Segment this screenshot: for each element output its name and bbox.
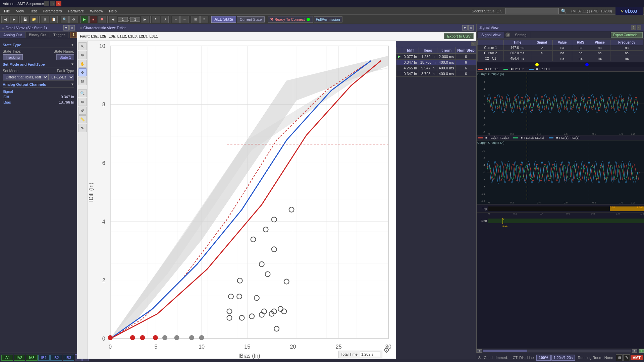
scrollbar-track[interactable]: [483, 350, 631, 352]
signal-panel: Signal View ? × Signal View ⊙ Setting Ex…: [476, 24, 644, 353]
zoom-in-button[interactable]: 🔍: [61, 16, 69, 23]
page-current-input[interactable]: [118, 17, 128, 22]
table-row[interactable]: 4.265 In 9.547 In 400.0 ms 6: [396, 65, 476, 71]
menu-window[interactable]: Window: [87, 8, 106, 14]
open-button[interactable]: 📁: [30, 16, 38, 23]
set-mode-toggle-icon[interactable]: ▼: [71, 62, 74, 66]
paste-button[interactable]: 📋: [50, 16, 58, 23]
next-page-button[interactable]: ▶: [141, 16, 149, 23]
tab-binary-out[interactable]: Binary Out: [25, 32, 50, 38]
tab-setting[interactable]: Setting: [512, 32, 530, 38]
copy-button[interactable]: ⎘: [41, 16, 49, 23]
signal-scrollbar[interactable]: ◀ ▶ +: [477, 349, 644, 353]
permission-button[interactable]: FullPermission: [314, 16, 342, 22]
scrollbar-thumb[interactable]: [483, 350, 527, 352]
table-expand-button[interactable]: ?: [471, 42, 476, 46]
prev-page-button[interactable]: ◀: [109, 16, 117, 23]
ib1-button[interactable]: IB1: [38, 355, 50, 361]
menu-view[interactable]: View: [13, 8, 27, 14]
row-play-0[interactable]: ▶: [396, 54, 402, 60]
scroll-left-button[interactable]: ◀: [477, 349, 482, 353]
scroll-right-button[interactable]: ▶: [632, 349, 637, 353]
total-time-input[interactable]: [360, 352, 380, 357]
svg-text:0.4: 0.4: [537, 201, 541, 204]
table-row[interactable]: 0.347 In 3.795 In 400.0 ms 6: [396, 71, 476, 77]
menu-parameters[interactable]: Parameters: [40, 8, 65, 14]
stop-button[interactable]: ■: [89, 16, 97, 23]
signal-help-button[interactable]: ?: [631, 25, 636, 30]
ib2-button[interactable]: IB2: [50, 355, 62, 361]
export-csv-button[interactable]: Export to CSV: [444, 33, 474, 39]
back-button[interactable]: ◀: [1, 16, 9, 23]
row-play-3[interactable]: [396, 71, 402, 77]
all-state-button[interactable]: ALL State: [211, 16, 236, 23]
set-mode-select[interactable]: Differential: Ibias, Idiff: [3, 74, 48, 80]
connect-button[interactable]: ✖ Ready To Connect: [268, 16, 313, 23]
settings-button[interactable]: ⚙: [69, 16, 77, 23]
trip-end-label: 1.168: [637, 206, 643, 209]
maximize-button[interactable]: □: [50, 1, 55, 6]
legend-tl2-label: ■ T L2(1): T.L2(1): [521, 136, 544, 139]
row-play-1[interactable]: [396, 60, 402, 65]
search-input[interactable]: [505, 8, 559, 14]
cursor-table-container: Time Signal Value RMS Phase Frequency Cu…: [477, 39, 644, 62]
chart-area[interactable]: 10 8 6 4 2 0 0 5 10 15 20 25 3: [88, 41, 396, 359]
page-total-input[interactable]: [130, 17, 140, 22]
state-type-value[interactable]: Tracking: [3, 54, 23, 60]
panel-expand-button[interactable]: ▼: [63, 25, 69, 31]
ib3-button[interactable]: IB3: [63, 355, 74, 361]
group-a-label: Current Group A (A): [477, 72, 504, 76]
reset-zoom-button[interactable]: ↺: [78, 107, 87, 115]
close-button[interactable]: ×: [56, 1, 61, 6]
zoom-in-chart-button[interactable]: ⊕: [78, 98, 87, 106]
row-play-2[interactable]: [396, 65, 402, 71]
forward-button[interactable]: ▶: [10, 16, 18, 23]
menu-hardware[interactable]: Hardware: [65, 8, 87, 14]
cursor-tool-button[interactable]: ✛: [78, 68, 87, 76]
zoom-out-button[interactable]: 🔍: [78, 89, 87, 97]
pan-tool-button[interactable]: ✋: [78, 60, 87, 68]
tool1-button[interactable]: ⊞: [192, 16, 200, 23]
panel-close-button[interactable]: ×: [69, 25, 75, 31]
delete-button[interactable]: ✖: [98, 16, 106, 23]
table-row[interactable]: 0.347 In 18.766 In 400.0 ms 6: [396, 60, 476, 65]
table-row[interactable]: ▶ 0.077 In 1.289 In 2.000 ms 6: [396, 54, 476, 60]
state-name-value[interactable]: State 1: [56, 54, 74, 60]
export-contrade-button[interactable]: Export Contrade...: [611, 32, 643, 38]
measure-tool-button[interactable]: 📏: [78, 115, 87, 123]
tab-signal-view[interactable]: Signal View: [478, 32, 504, 38]
current-state-button[interactable]: Current State: [237, 16, 265, 22]
signal-close-button[interactable]: ×: [637, 25, 641, 30]
fault-type-select[interactable]: L1-L2-L3: [48, 74, 74, 80]
menu-test[interactable]: Test: [27, 8, 39, 14]
cursor1-handle[interactable]: [535, 63, 539, 66]
pointer-tool-button[interactable]: ↖: [78, 42, 87, 50]
channels-toggle-icon[interactable]: ▼: [71, 82, 74, 86]
menu-file[interactable]: File: [1, 8, 13, 14]
tab-trigger[interactable]: Trigger: [50, 32, 68, 38]
zoom-tool-button[interactable]: ⊕: [78, 51, 87, 59]
rotate-button[interactable]: ↻: [152, 16, 160, 23]
fit-tool-button[interactable]: ⊡: [78, 77, 87, 85]
run-button[interactable]: ▶: [80, 16, 89, 23]
arrow-left-button[interactable]: ←: [172, 16, 180, 23]
trip-value-label: 0.95: [610, 206, 615, 209]
save-button[interactable]: 💾: [21, 16, 29, 23]
annotation-button[interactable]: ✎: [78, 124, 87, 132]
center-expand-button[interactable]: ▼: [462, 25, 468, 31]
arrow-right-button[interactable]: →: [180, 16, 189, 23]
ia3-button[interactable]: IA3: [26, 355, 38, 361]
add-button[interactable]: +: [639, 349, 644, 353]
reset-button[interactable]: ↺: [161, 16, 169, 23]
tab-analog-out[interactable]: Analog Out: [0, 32, 25, 38]
cursor2-handle[interactable]: [585, 63, 589, 66]
settings-circle-icon[interactable]: ⊙: [505, 33, 510, 37]
center-close-button[interactable]: ×: [468, 25, 474, 31]
section-toggle-icon[interactable]: ▼: [71, 43, 74, 47]
tool2-button[interactable]: ≡: [200, 16, 208, 23]
minimize-button[interactable]: −: [44, 1, 49, 6]
menu-help[interactable]: Help: [106, 8, 119, 14]
ia1-button[interactable]: IA1: [1, 355, 13, 361]
connect-label: Ready To Connect: [274, 17, 305, 21]
ia2-button[interactable]: IA2: [14, 355, 25, 361]
